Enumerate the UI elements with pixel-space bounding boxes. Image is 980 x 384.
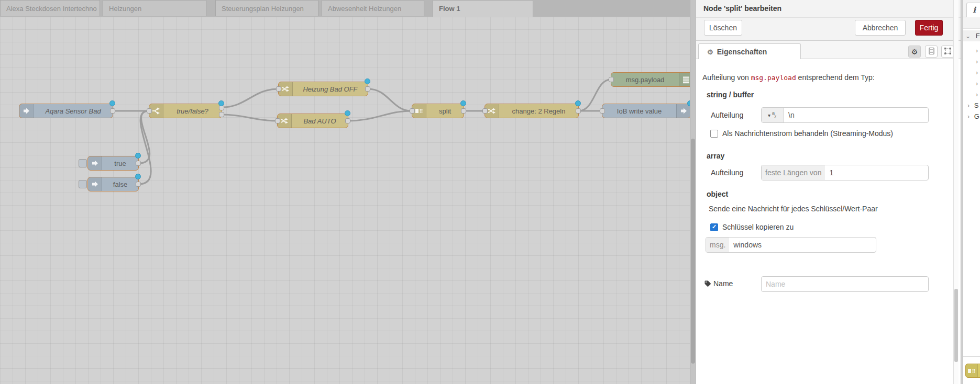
node-label: change: 2 Regeln: [499, 107, 578, 115]
copy-key-checkbox-row[interactable]: Schlüssel kopieren zu: [710, 223, 794, 231]
output-port[interactable]: [136, 161, 141, 166]
output-arrow-icon: [676, 104, 690, 118]
array-length-prefix: feste Längen von: [762, 165, 825, 180]
cancel-button[interactable]: Abbrechen: [855, 20, 906, 36]
copy-key-input[interactable]: [729, 238, 876, 252]
output-port[interactable]: [461, 108, 466, 114]
dialog-form: Aufteilung von msg.payload entsprechend …: [696, 59, 961, 384]
node-label: Aqara Sensor Bad: [34, 107, 113, 115]
info-sidebar: i ⌄ Fl › › › › › › S › G: [963, 0, 980, 384]
chevron-down-icon: ▾: [768, 112, 770, 118]
input-port[interactable]: [609, 77, 614, 82]
workspace-tab-flow1[interactable]: Flow 1: [433, 0, 533, 17]
input-port[interactable]: [147, 108, 152, 114]
tree-item-child[interactable]: ›: [963, 56, 980, 67]
input-port[interactable]: [410, 108, 415, 114]
node-label: false: [102, 180, 138, 188]
input-arrow-icon: [19, 104, 34, 118]
input-port[interactable]: [275, 118, 280, 123]
tree-item-child[interactable]: ›: [963, 78, 980, 89]
tree-item-flows[interactable]: ⌄ Fl: [963, 30, 980, 41]
wire[interactable]: [222, 115, 277, 121]
copy-key-checkbox[interactable]: [710, 223, 718, 231]
tab-label: Eigenschaften: [717, 48, 767, 56]
tree-item-child[interactable]: ›: [963, 45, 980, 56]
canvas-scrollbar-thumb[interactable]: [691, 139, 695, 364]
node-iob-write-value[interactable]: IoB write value: [602, 104, 690, 118]
inject-arrow-icon: [88, 177, 102, 191]
output-port[interactable]: [110, 108, 115, 114]
node-changed-indicator: [575, 100, 581, 106]
tab-info[interactable]: i: [966, 3, 980, 17]
node-inject-true[interactable]: true: [87, 156, 139, 171]
output-port[interactable]: [345, 118, 350, 123]
dialog-scrollbar-thumb[interactable]: [954, 289, 958, 362]
flow-canvas[interactable]: Aqara Sensor Bad true/false?: [0, 17, 690, 384]
node-inject-false[interactable]: false: [87, 177, 139, 191]
description-view-button[interactable]: [925, 46, 938, 58]
workspace-tab-heizungen[interactable]: Heizungen: [103, 0, 206, 16]
inject-button[interactable]: [79, 180, 87, 188]
output-port[interactable]: [365, 86, 370, 92]
node-label: Heizung Bad OFF: [293, 85, 368, 93]
tab-eigenschaften[interactable]: ⚙ Eigenschaften: [698, 43, 801, 60]
inject-button[interactable]: [79, 159, 87, 167]
node-bad-auto[interactable]: Bad AUTO: [277, 114, 348, 128]
output-port-2[interactable]: [219, 112, 224, 117]
properties-view-button[interactable]: ⚙: [908, 46, 921, 58]
workspace-tab-abwesenheit[interactable]: Abwesenheit Heizungen: [322, 0, 424, 16]
streaming-checkbox-label: Als Nachrichtenstrom behandeln (Streamin…: [722, 129, 893, 138]
type-select-button[interactable]: ▾ az: [762, 108, 784, 122]
msg-payload-code: msg.payload: [751, 74, 796, 82]
split-icon: [966, 364, 978, 377]
sidebar-toolbar: [963, 17, 980, 29]
chevron-right-icon: ›: [976, 57, 978, 67]
gear-icon: ⚙: [707, 48, 713, 56]
tree-item-child[interactable]: ›: [963, 89, 980, 100]
name-input[interactable]: [762, 277, 928, 291]
node-label: msg.payload: [611, 76, 679, 84]
input-port[interactable]: [482, 108, 488, 114]
delete-button[interactable]: Löschen: [704, 20, 742, 36]
node-heizung-bad-off[interactable]: Heizung Bad OFF: [278, 82, 368, 96]
chevron-right-icon: ›: [976, 46, 978, 57]
dialog-scrollbar[interactable]: [953, 0, 959, 384]
string-type-icon: az: [772, 111, 777, 119]
workspace-tab-alexa[interactable]: Alexa Steckdosen Intertechno: [0, 0, 100, 16]
wire[interactable]: [348, 111, 412, 121]
sidebar-tabbar: i: [963, 0, 980, 17]
appearance-view-button[interactable]: [941, 46, 954, 58]
array-length-input[interactable]: [825, 165, 928, 180]
chevron-right-icon: ›: [976, 78, 978, 89]
object-heading: object: [707, 190, 728, 198]
node-msg-payload-debug[interactable]: msg.payload: [611, 72, 690, 87]
workspace-tabbar: Alexa Steckdosen Intertechno Heizungen S…: [0, 0, 690, 17]
edit-node-dialog: Node 'split' bearbeiten Löschen Abbreche…: [696, 0, 961, 384]
wire[interactable]: [368, 89, 412, 111]
streaming-checkbox-row[interactable]: Als Nachrichtenstrom behandeln (Streamin…: [710, 129, 893, 138]
node-red-editor: Alexa Steckdosen Intertechno Heizungen S…: [0, 0, 980, 384]
flow-workspace: Alexa Steckdosen Intertechno Heizungen S…: [0, 0, 690, 384]
tree-item-child[interactable]: ›: [963, 67, 980, 78]
workspace-tab-steuerungsplan[interactable]: Steuerungsplan Heizungen: [215, 0, 318, 16]
input-port[interactable]: [276, 86, 281, 92]
node-change-2-regeln[interactable]: change: 2 Regeln: [485, 104, 579, 118]
streaming-checkbox[interactable]: [710, 130, 718, 138]
node-split[interactable]: split: [412, 104, 464, 118]
node-true-false-switch[interactable]: true/false?: [149, 104, 222, 118]
tree-item-subflows[interactable]: › S: [963, 100, 980, 111]
canvas-scrollbar[interactable]: [690, 0, 696, 384]
node-changed-indicator: [345, 110, 350, 116]
wires-layer: [0, 17, 690, 384]
done-button[interactable]: Fertig: [915, 20, 943, 36]
msg-prefix: msg.: [706, 238, 729, 252]
output-port[interactable]: [136, 182, 141, 187]
input-port[interactable]: [600, 108, 605, 114]
tree-item-global[interactable]: › G: [963, 111, 980, 122]
output-port[interactable]: [576, 108, 581, 114]
node-aqara-sensor-bad[interactable]: Aqara Sensor Bad: [19, 104, 113, 118]
wire[interactable]: [222, 89, 278, 107]
string-split-input[interactable]: [784, 108, 928, 122]
node-changed-indicator: [109, 100, 115, 106]
split-type-intro: Aufteilung von msg.payload entsprechend …: [702, 73, 875, 82]
